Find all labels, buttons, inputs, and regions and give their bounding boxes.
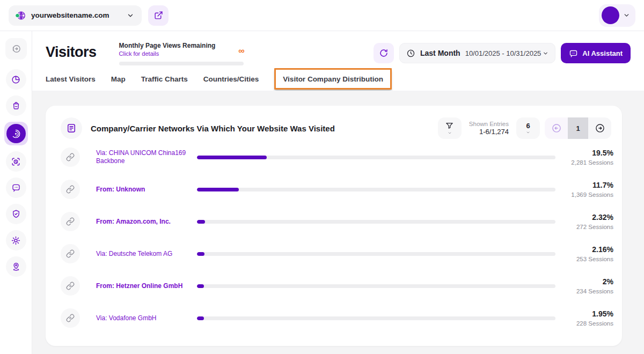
row-icon-circle (61, 148, 80, 167)
refresh-icon (379, 48, 389, 58)
arrow-right-circle-icon (595, 123, 605, 134)
company-row: From: Unknown 11.7% 1,369 Sessions (61, 173, 613, 205)
row-bar-track (197, 252, 555, 256)
quota-title: Monthly Page Views Remaining (119, 42, 244, 49)
annotation-highlight-box: Visitor Company Distribution (274, 68, 392, 90)
tab-traffic-charts[interactable]: Traffic Charts (141, 75, 188, 83)
pagination: 1 (545, 117, 611, 139)
visitors-tab-bar: Latest Visitors Map Traffic Charts Count… (32, 65, 644, 91)
sidebar-item-expand[interactable] (5, 38, 27, 60)
link-icon (66, 249, 75, 258)
page-title: Visitors (46, 44, 97, 61)
page-header: Visitors Monthly Page Views Remaining Cl… (32, 31, 644, 65)
refresh-button[interactable] (374, 43, 394, 63)
tab-map[interactable]: Map (111, 75, 126, 83)
filter-button[interactable] (438, 117, 462, 139)
sidebar-item-security[interactable] (6, 204, 26, 224)
row-sessions: 228 Sessions (562, 320, 613, 327)
page-size-value: 6 (526, 122, 530, 130)
report-icon-circle (61, 117, 82, 139)
row-stats: 1.95% 228 Sessions (562, 309, 613, 327)
page-size-select[interactable]: 6 (516, 117, 540, 139)
row-label[interactable]: From: Unknown (96, 186, 197, 194)
company-row: Via: CHINA UNICOM China169 Backbone 19.5… (61, 141, 613, 173)
website-name: yourwebsitename.com (31, 11, 109, 19)
row-bar-fill (197, 188, 239, 191)
sidebar-item-locations[interactable] (6, 256, 26, 277)
row-sessions: 234 Sessions (562, 288, 613, 294)
tab-countries-cities[interactable]: Countries/Cities (203, 75, 259, 83)
arrow-right-circle-icon (11, 43, 21, 54)
company-row: From: Amazon.com, Inc. 2.32% 272 Session… (61, 205, 613, 238)
website-selector[interactable]: yourwebsitename.com (9, 5, 142, 26)
date-range-picker[interactable]: Last Month 10/01/2025 - 10/31/2025 (399, 43, 555, 63)
row-percent: 19.5% (562, 149, 613, 157)
shown-entries-value: 1-6/1,274 (469, 128, 509, 136)
main-content: Visitors Monthly Page Views Remaining Cl… (32, 31, 644, 354)
row-stats: 19.5% 2,281 Sessions (562, 149, 613, 166)
row-label[interactable]: Via: Deutsche Telekom AG (96, 250, 197, 258)
infinity-icon: ∞ (238, 47, 244, 55)
row-label[interactable]: From: Hetzner Online GmbH (96, 282, 197, 290)
company-distribution-card: Company/Carrier Networks Via Which Your … (46, 106, 622, 346)
link-icon (66, 153, 75, 161)
chevron-down-icon (447, 131, 452, 135)
content-area: Company/Carrier Networks Via Which Your … (32, 91, 644, 354)
row-icon-circle (61, 180, 80, 199)
row-bar-fill (197, 220, 205, 224)
row-percent: 2.32% (562, 213, 613, 222)
tab-latest-visitors[interactable]: Latest Visitors (46, 75, 96, 83)
row-stats: 2.32% 272 Sessions (562, 213, 613, 230)
row-bar-track (197, 188, 555, 191)
globe-icon (14, 10, 26, 21)
sidebar-item-chat[interactable] (6, 178, 26, 198)
row-icon-circle (61, 276, 80, 296)
pie-chart-icon (11, 75, 21, 85)
chevron-down-icon (525, 130, 531, 135)
row-sessions: 2,281 Sessions (562, 159, 613, 166)
sidebar-item-visitors[interactable] (4, 122, 28, 145)
ai-chat-icon (569, 49, 578, 58)
shown-entries: Shown Entries 1-6/1,274 (469, 121, 509, 136)
row-bar-track (197, 316, 555, 320)
row-bar-track (197, 220, 555, 224)
sidebar-item-snapshots[interactable] (6, 151, 26, 172)
chat-bubble-icon (11, 183, 21, 193)
row-stats: 11.7% 1,369 Sessions (562, 181, 613, 198)
card-controls: Shown Entries 1-6/1,274 6 (438, 117, 611, 139)
period-range: 10/01/2025 - 10/31/2025 (465, 49, 549, 57)
card-header: Company/Carrier Networks Via Which Your … (61, 117, 613, 139)
open-website-button[interactable] (148, 5, 169, 26)
row-label[interactable]: From: Amazon.com, Inc. (96, 218, 197, 226)
row-bar-fill (197, 252, 204, 256)
sidebar-item-dashboard[interactable] (6, 69, 26, 90)
row-percent: 11.7% (562, 181, 613, 189)
radar-icon (6, 124, 26, 143)
ai-assistant-button[interactable]: AI Assistant (561, 43, 631, 63)
current-page: 1 (568, 117, 588, 139)
link-icon (66, 314, 75, 322)
header-actions: Last Month 10/01/2025 - 10/31/2025 AI As… (374, 43, 631, 63)
row-icon-circle (61, 212, 80, 231)
prev-page-button[interactable] (545, 117, 568, 139)
company-row: From: Hetzner Online GmbH 2% 234 Session… (61, 270, 613, 302)
chevron-down-icon (543, 50, 548, 56)
shield-check-icon (11, 209, 21, 219)
row-stats: 2.16% 253 Sessions (562, 245, 613, 262)
sidebar-item-store[interactable] (6, 95, 26, 116)
row-label[interactable]: Via: CHINA UNICOM China169 Backbone (96, 149, 197, 165)
next-page-button[interactable] (588, 117, 611, 139)
document-list-icon (66, 123, 77, 134)
row-bar-fill (197, 284, 204, 288)
pageviews-quota-widget: Monthly Page Views Remaining Click for d… (119, 42, 244, 65)
tab-visitor-company-distribution[interactable]: Visitor Company Distribution (283, 75, 383, 83)
account-menu[interactable] (599, 4, 635, 27)
location-pin-icon (11, 262, 21, 271)
shopping-bag-icon (11, 101, 21, 110)
sidebar-item-settings[interactable] (6, 230, 26, 250)
avatar (602, 6, 619, 24)
row-icon-circle (61, 308, 80, 328)
row-label[interactable]: Via: Vodafone GmbH (96, 314, 197, 322)
clock-icon (406, 49, 415, 58)
quota-details-link[interactable]: Click for details (119, 50, 244, 57)
